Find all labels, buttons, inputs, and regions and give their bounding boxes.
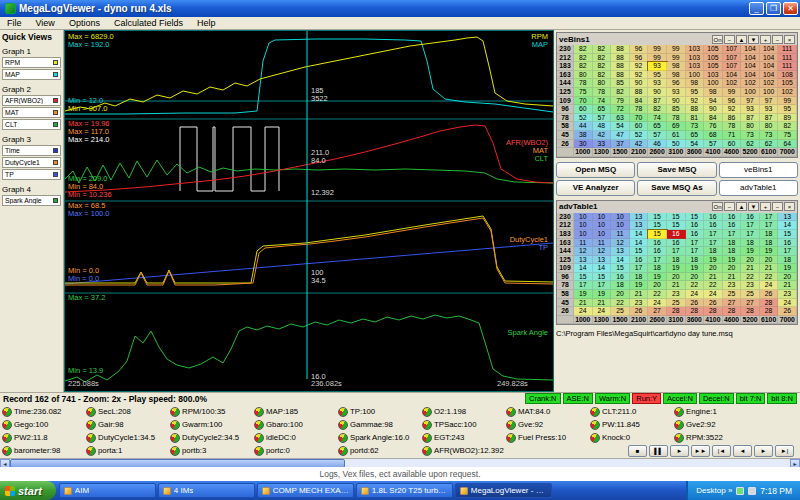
table-cell[interactable]: 100 [686, 71, 705, 80]
table-cell[interactable]: 16 [648, 247, 667, 256]
table-cell[interactable]: 37 [611, 140, 630, 149]
table-cell[interactable]: 15 [648, 221, 667, 230]
table-cell[interactable]: 84 [630, 97, 649, 106]
menu-view[interactable]: View [29, 18, 62, 28]
sidebar-item-rpm[interactable]: RPM [2, 57, 61, 68]
table-cell[interactable]: 22 [611, 299, 630, 308]
table-cell[interactable]: 11 [611, 230, 630, 239]
advtable1-button[interactable]: advTable1 [719, 180, 798, 196]
table-cell[interactable]: 88 [630, 88, 649, 97]
table-cell[interactable]: 104 [760, 45, 779, 54]
table-cell[interactable]: 104 [760, 54, 779, 63]
table-cell[interactable]: 20 [741, 256, 760, 265]
table-cell[interactable]: 100 [760, 88, 779, 97]
table-cell[interactable]: 103 [686, 62, 705, 71]
gauge-portc[interactable]: portc:0 [254, 446, 338, 456]
table-cell[interactable]: 28 [741, 307, 760, 316]
table-toolbar-button[interactable]: × [784, 202, 795, 211]
table-cell[interactable]: 13 [574, 256, 593, 265]
table-cell[interactable]: 19 [760, 247, 779, 256]
table-toolbar-button[interactable]: − [772, 202, 783, 211]
table-cell[interactable]: 17 [686, 239, 705, 248]
gauge-porta[interactable]: porta:1 [86, 446, 170, 456]
taskbar-button-4-ims[interactable]: 4 IMs [158, 483, 255, 498]
table-cell[interactable]: 20 [760, 256, 779, 265]
table-cell[interactable]: 92 [630, 62, 649, 71]
table-cell[interactable]: 98 [667, 71, 686, 80]
table-cell[interactable]: 93 [760, 105, 779, 114]
table-cell[interactable]: 104 [723, 71, 742, 80]
skip-start-button[interactable]: |◄ [712, 445, 731, 457]
table-cell[interactable]: 23 [630, 299, 649, 308]
table-cell[interactable]: 18 [686, 256, 705, 265]
table-cell[interactable]: 21 [574, 299, 593, 308]
table-cell[interactable]: 21 [593, 299, 612, 308]
table-toolbar-button[interactable]: × [784, 35, 795, 44]
table-cell[interactable]: 100 [741, 88, 760, 97]
table-cell[interactable]: 90 [630, 79, 649, 88]
skip-end-button[interactable]: ►| [775, 445, 794, 457]
table-cell[interactable]: 19 [741, 247, 760, 256]
table-cell[interactable]: 19 [778, 264, 797, 273]
table-cell[interactable]: 103 [686, 54, 705, 63]
table-cell[interactable]: 22 [686, 281, 705, 290]
table-cell[interactable]: 15 [593, 273, 612, 282]
table-cell[interactable]: 73 [686, 122, 705, 131]
sidebar-item-afr-wbo2[interactable]: AFR(WBO2) [2, 95, 61, 106]
gauge-pw[interactable]: PW:11.845 [590, 420, 674, 430]
table-cell[interactable]: 73 [760, 131, 779, 140]
table-cell[interactable]: 17 [741, 230, 760, 239]
table-cell[interactable]: 99 [667, 45, 686, 54]
table-cell[interactable]: 74 [648, 114, 667, 123]
table-cell[interactable]: 16 [704, 213, 723, 222]
gauge-dutycycle1[interactable]: DutyCycle1:34.5 [86, 433, 170, 443]
table-cell[interactable]: 28 [760, 299, 779, 308]
pause-button[interactable]: ▌▌ [649, 445, 668, 457]
table-cell[interactable]: 50 [667, 140, 686, 149]
table-cell[interactable]: 78 [723, 122, 742, 131]
table-cell[interactable]: 21 [630, 290, 649, 299]
table-cell[interactable]: 22 [760, 273, 779, 282]
ve-analyzer-button[interactable]: VE Analyzer [556, 180, 635, 196]
table-cell[interactable]: 10 [593, 230, 612, 239]
gauge-tpsacc[interactable]: TPSacc:100 [422, 420, 506, 430]
step-back-button[interactable]: ◄ [733, 445, 752, 457]
table-cell[interactable]: 18 [741, 239, 760, 248]
taskbar-button-comp-mech-exam[interactable]: COMP MECH EXAM -... [257, 483, 354, 498]
table-toolbar-button[interactable]: − [724, 202, 735, 211]
sidebar-item-spark-angle[interactable]: Spark Angle [2, 195, 61, 206]
table-cell[interactable]: 69 [667, 122, 686, 131]
table-cell[interactable]: 18 [611, 281, 630, 290]
table-cell[interactable]: 17 [593, 281, 612, 290]
open-msq-button[interactable]: Open MSQ [556, 162, 635, 178]
table-cell[interactable]: 20 [704, 264, 723, 273]
table-cell[interactable]: 20 [611, 290, 630, 299]
table-cell[interactable]: 15 [648, 230, 667, 239]
save-msq-as-button[interactable]: Save MSQ As [637, 180, 716, 196]
gauge-portd[interactable]: portd:62 [338, 446, 422, 456]
table-cell[interactable]: 104 [741, 54, 760, 63]
table-cell[interactable]: 11 [574, 239, 593, 248]
gauge-gego[interactable]: Gego:100 [2, 420, 86, 430]
table-cell[interactable]: 104 [741, 62, 760, 71]
table-cell[interactable]: 21 [741, 264, 760, 273]
table-cell[interactable]: 17 [686, 247, 705, 256]
table-cell[interactable]: 17 [648, 256, 667, 265]
table-cell[interactable]: 26 [704, 299, 723, 308]
table-cell[interactable]: 10 [593, 221, 612, 230]
table-cell[interactable]: 16 [686, 221, 705, 230]
gauge-barometer[interactable]: barometer:98 [2, 446, 86, 456]
table-cell[interactable]: 71 [723, 131, 742, 140]
table-cell[interactable]: 93 [648, 79, 667, 88]
table-cell[interactable]: 96 [630, 45, 649, 54]
table-cell[interactable]: 28 [686, 307, 705, 316]
table-cell[interactable]: 13 [611, 247, 630, 256]
table-cell[interactable]: 97 [741, 97, 760, 106]
table-cell[interactable]: 88 [611, 62, 630, 71]
table-cell[interactable]: 27 [648, 307, 667, 316]
table-cell[interactable]: 38 [574, 131, 593, 140]
table-cell[interactable]: 48 [593, 122, 612, 131]
table-cell[interactable]: 10 [611, 213, 630, 222]
table-cell[interactable]: 19 [593, 290, 612, 299]
table-toolbar-button[interactable]: On [712, 202, 723, 211]
